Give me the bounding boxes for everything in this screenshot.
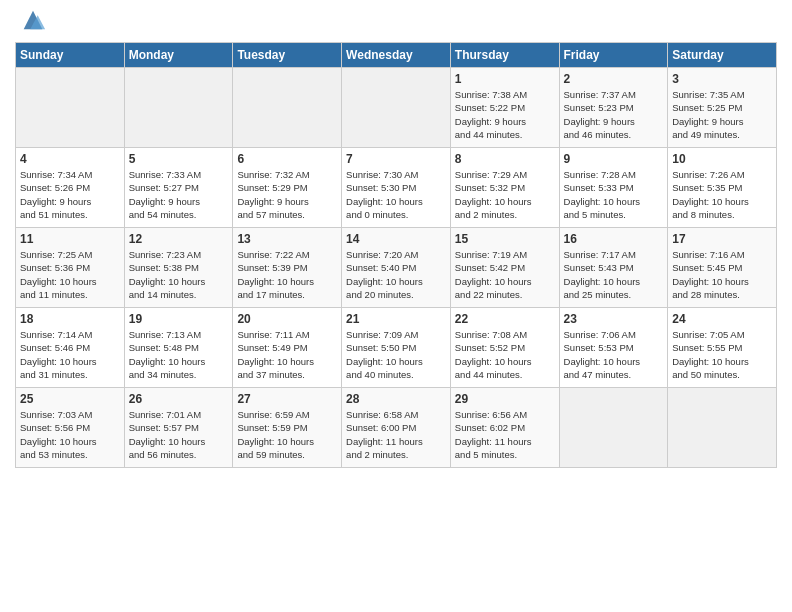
calendar-cell: 5Sunrise: 7:33 AMSunset: 5:27 PMDaylight… [124,148,233,228]
calendar-cell: 19Sunrise: 7:13 AMSunset: 5:48 PMDayligh… [124,308,233,388]
calendar-cell: 22Sunrise: 7:08 AMSunset: 5:52 PMDayligh… [450,308,559,388]
day-info: Sunrise: 7:25 AMSunset: 5:36 PMDaylight:… [20,248,120,301]
day-number: 4 [20,152,120,166]
logo-icon [19,6,47,34]
day-info: Sunrise: 7:29 AMSunset: 5:32 PMDaylight:… [455,168,555,221]
day-number: 29 [455,392,555,406]
day-info: Sunrise: 7:38 AMSunset: 5:22 PMDaylight:… [455,88,555,141]
day-number: 1 [455,72,555,86]
day-info: Sunrise: 7:16 AMSunset: 5:45 PMDaylight:… [672,248,772,301]
calendar-cell: 25Sunrise: 7:03 AMSunset: 5:56 PMDayligh… [16,388,125,468]
page: SundayMondayTuesdayWednesdayThursdayFrid… [0,0,792,612]
day-info: Sunrise: 6:58 AMSunset: 6:00 PMDaylight:… [346,408,446,461]
logo [15,14,47,34]
week-row-4: 25Sunrise: 7:03 AMSunset: 5:56 PMDayligh… [16,388,777,468]
day-number: 9 [564,152,664,166]
day-number: 13 [237,232,337,246]
header-day-monday: Monday [124,43,233,68]
day-number: 14 [346,232,446,246]
day-info: Sunrise: 7:34 AMSunset: 5:26 PMDaylight:… [20,168,120,221]
calendar-table: SundayMondayTuesdayWednesdayThursdayFrid… [15,42,777,468]
day-number: 10 [672,152,772,166]
header-row: SundayMondayTuesdayWednesdayThursdayFrid… [16,43,777,68]
calendar-cell [342,68,451,148]
header-day-wednesday: Wednesday [342,43,451,68]
day-info: Sunrise: 7:05 AMSunset: 5:55 PMDaylight:… [672,328,772,381]
header-day-sunday: Sunday [16,43,125,68]
calendar-cell: 28Sunrise: 6:58 AMSunset: 6:00 PMDayligh… [342,388,451,468]
day-number: 19 [129,312,229,326]
day-number: 27 [237,392,337,406]
calendar-cell: 24Sunrise: 7:05 AMSunset: 5:55 PMDayligh… [668,308,777,388]
day-number: 5 [129,152,229,166]
calendar-cell: 13Sunrise: 7:22 AMSunset: 5:39 PMDayligh… [233,228,342,308]
day-info: Sunrise: 7:01 AMSunset: 5:57 PMDaylight:… [129,408,229,461]
day-number: 11 [20,232,120,246]
calendar-cell: 20Sunrise: 7:11 AMSunset: 5:49 PMDayligh… [233,308,342,388]
day-info: Sunrise: 7:32 AMSunset: 5:29 PMDaylight:… [237,168,337,221]
calendar-cell: 3Sunrise: 7:35 AMSunset: 5:25 PMDaylight… [668,68,777,148]
calendar-cell: 23Sunrise: 7:06 AMSunset: 5:53 PMDayligh… [559,308,668,388]
calendar-cell: 4Sunrise: 7:34 AMSunset: 5:26 PMDaylight… [16,148,125,228]
day-number: 18 [20,312,120,326]
day-number: 3 [672,72,772,86]
day-number: 12 [129,232,229,246]
calendar-cell: 29Sunrise: 6:56 AMSunset: 6:02 PMDayligh… [450,388,559,468]
calendar-cell [233,68,342,148]
day-info: Sunrise: 7:14 AMSunset: 5:46 PMDaylight:… [20,328,120,381]
calendar-cell [668,388,777,468]
day-number: 26 [129,392,229,406]
header-day-friday: Friday [559,43,668,68]
calendar-cell: 10Sunrise: 7:26 AMSunset: 5:35 PMDayligh… [668,148,777,228]
calendar-cell: 16Sunrise: 7:17 AMSunset: 5:43 PMDayligh… [559,228,668,308]
day-info: Sunrise: 7:13 AMSunset: 5:48 PMDaylight:… [129,328,229,381]
day-number: 7 [346,152,446,166]
day-info: Sunrise: 7:20 AMSunset: 5:40 PMDaylight:… [346,248,446,301]
calendar-cell: 15Sunrise: 7:19 AMSunset: 5:42 PMDayligh… [450,228,559,308]
day-number: 28 [346,392,446,406]
week-row-0: 1Sunrise: 7:38 AMSunset: 5:22 PMDaylight… [16,68,777,148]
day-info: Sunrise: 7:08 AMSunset: 5:52 PMDaylight:… [455,328,555,381]
calendar-cell: 6Sunrise: 7:32 AMSunset: 5:29 PMDaylight… [233,148,342,228]
calendar-cell: 18Sunrise: 7:14 AMSunset: 5:46 PMDayligh… [16,308,125,388]
day-info: Sunrise: 7:33 AMSunset: 5:27 PMDaylight:… [129,168,229,221]
calendar-cell: 21Sunrise: 7:09 AMSunset: 5:50 PMDayligh… [342,308,451,388]
calendar-cell: 17Sunrise: 7:16 AMSunset: 5:45 PMDayligh… [668,228,777,308]
day-info: Sunrise: 7:22 AMSunset: 5:39 PMDaylight:… [237,248,337,301]
day-info: Sunrise: 7:06 AMSunset: 5:53 PMDaylight:… [564,328,664,381]
day-info: Sunrise: 6:56 AMSunset: 6:02 PMDaylight:… [455,408,555,461]
header [15,10,777,34]
week-row-3: 18Sunrise: 7:14 AMSunset: 5:46 PMDayligh… [16,308,777,388]
header-day-tuesday: Tuesday [233,43,342,68]
calendar-cell [16,68,125,148]
calendar-cell [559,388,668,468]
header-day-thursday: Thursday [450,43,559,68]
calendar-cell: 12Sunrise: 7:23 AMSunset: 5:38 PMDayligh… [124,228,233,308]
week-row-2: 11Sunrise: 7:25 AMSunset: 5:36 PMDayligh… [16,228,777,308]
calendar-cell: 27Sunrise: 6:59 AMSunset: 5:59 PMDayligh… [233,388,342,468]
calendar-cell [124,68,233,148]
header-day-saturday: Saturday [668,43,777,68]
day-number: 2 [564,72,664,86]
day-info: Sunrise: 7:26 AMSunset: 5:35 PMDaylight:… [672,168,772,221]
day-info: Sunrise: 6:59 AMSunset: 5:59 PMDaylight:… [237,408,337,461]
day-info: Sunrise: 7:30 AMSunset: 5:30 PMDaylight:… [346,168,446,221]
day-info: Sunrise: 7:23 AMSunset: 5:38 PMDaylight:… [129,248,229,301]
week-row-1: 4Sunrise: 7:34 AMSunset: 5:26 PMDaylight… [16,148,777,228]
calendar-cell: 14Sunrise: 7:20 AMSunset: 5:40 PMDayligh… [342,228,451,308]
day-info: Sunrise: 7:09 AMSunset: 5:50 PMDaylight:… [346,328,446,381]
day-number: 22 [455,312,555,326]
calendar-cell: 11Sunrise: 7:25 AMSunset: 5:36 PMDayligh… [16,228,125,308]
day-number: 20 [237,312,337,326]
calendar-cell: 1Sunrise: 7:38 AMSunset: 5:22 PMDaylight… [450,68,559,148]
day-info: Sunrise: 7:19 AMSunset: 5:42 PMDaylight:… [455,248,555,301]
day-number: 21 [346,312,446,326]
calendar-cell: 26Sunrise: 7:01 AMSunset: 5:57 PMDayligh… [124,388,233,468]
calendar-cell: 9Sunrise: 7:28 AMSunset: 5:33 PMDaylight… [559,148,668,228]
day-info: Sunrise: 7:11 AMSunset: 5:49 PMDaylight:… [237,328,337,381]
day-info: Sunrise: 7:35 AMSunset: 5:25 PMDaylight:… [672,88,772,141]
calendar-cell: 8Sunrise: 7:29 AMSunset: 5:32 PMDaylight… [450,148,559,228]
day-info: Sunrise: 7:37 AMSunset: 5:23 PMDaylight:… [564,88,664,141]
day-number: 6 [237,152,337,166]
day-info: Sunrise: 7:03 AMSunset: 5:56 PMDaylight:… [20,408,120,461]
